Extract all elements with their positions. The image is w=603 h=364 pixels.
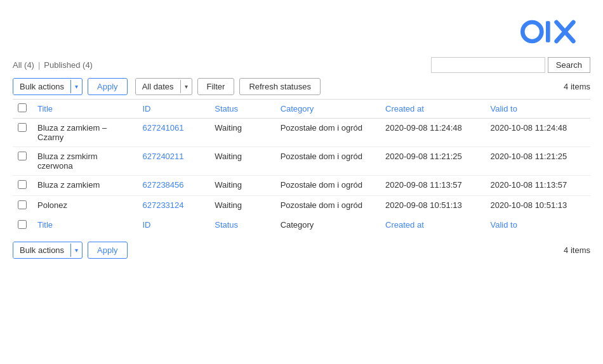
row-status: Waiting bbox=[209, 196, 275, 216]
select-all-checkbox[interactable] bbox=[18, 103, 27, 112]
tf-checkbox bbox=[13, 216, 32, 235]
row-checkbox-cell bbox=[13, 196, 32, 216]
tf-status: Status bbox=[209, 216, 275, 235]
row-category: Pozostałe dom i ogród bbox=[275, 196, 380, 216]
row-id-link[interactable]: 627240211 bbox=[142, 152, 183, 161]
row-created: 2020-09-08 11:13:57 bbox=[380, 176, 485, 196]
bottom-row: Bulk actions ▾ Apply 4 items bbox=[13, 242, 590, 259]
tf-title: Title bbox=[32, 216, 137, 235]
row-checkbox[interactable] bbox=[18, 200, 27, 209]
row-valid: 2020-10-08 11:21:25 bbox=[486, 147, 590, 176]
row-id-link[interactable]: 627241061 bbox=[142, 123, 183, 133]
row-title-text: Bluza z zamkiem bbox=[37, 180, 100, 190]
items-count-top: 4 items bbox=[564, 82, 590, 91]
row-title: Bluza z zsmkirm czerwona bbox=[32, 147, 137, 176]
tf-id: ID bbox=[137, 216, 209, 235]
row-title-text: Bluza z zamkiem – Czarny bbox=[37, 123, 107, 142]
row-category: Pozostałe dom i ogród bbox=[275, 147, 380, 176]
row-valid: 2020-10-08 11:13:57 bbox=[486, 176, 590, 196]
row-checkbox[interactable] bbox=[18, 180, 27, 189]
th-created: Created at bbox=[380, 100, 485, 119]
row-checkbox-cell bbox=[13, 147, 32, 176]
th-created-link[interactable]: Created at bbox=[385, 104, 424, 114]
row-category: Pozostałe dom i ogród bbox=[275, 176, 380, 196]
bulk-actions-dropdown[interactable]: Bulk actions ▾ bbox=[13, 78, 83, 95]
apply-button-bottom[interactable]: Apply bbox=[88, 242, 128, 259]
row-title: Bluza z zamkiem – Czarny bbox=[32, 119, 137, 147]
tf-category-text: Category bbox=[281, 220, 314, 230]
row-category: Pozostałe dom i ogród bbox=[275, 119, 380, 147]
row-created: 2020-09-08 11:24:48 bbox=[380, 119, 485, 147]
th-valid-link[interactable]: Valid to bbox=[491, 104, 517, 114]
row-checkbox-cell bbox=[13, 176, 32, 196]
tab-all[interactable]: All (4) bbox=[13, 60, 34, 70]
tf-title-link[interactable]: Title bbox=[37, 220, 53, 230]
bulk-actions-label-bottom: Bulk actions bbox=[13, 242, 70, 258]
data-table: Title ID Status Category Created at Vali… bbox=[13, 99, 590, 235]
row-status: Waiting bbox=[209, 176, 275, 196]
apply-button[interactable]: Apply bbox=[88, 78, 128, 95]
row-created: 2020-09-08 11:21:25 bbox=[380, 147, 485, 176]
row-checkbox-cell bbox=[13, 119, 32, 147]
row-id-link[interactable]: 627233124 bbox=[142, 200, 183, 210]
th-id: ID bbox=[137, 100, 209, 119]
row-valid: 2020-10-08 10:51:13 bbox=[486, 196, 590, 216]
row-valid: 2020-10-08 11:24:48 bbox=[486, 119, 590, 147]
olx-logo bbox=[520, 13, 584, 51]
row-id: 627241061 bbox=[137, 119, 209, 147]
bulk-actions-dropdown-bottom[interactable]: Bulk actions ▾ bbox=[13, 242, 83, 259]
table-row: Polonez 627233124 Waiting Pozostałe dom … bbox=[13, 196, 590, 216]
table-row: Bluza z zamkiem – Czarny 627241061 Waiti… bbox=[13, 119, 590, 147]
date-chevron-icon[interactable]: ▾ bbox=[180, 80, 192, 93]
th-status: Status bbox=[209, 100, 275, 119]
bulk-actions-chevron-icon[interactable]: ▾ bbox=[70, 80, 82, 93]
bulk-actions-label: Bulk actions bbox=[13, 79, 70, 94]
refresh-statuses-button[interactable]: Refresh statuses bbox=[239, 78, 321, 95]
row-status: Waiting bbox=[209, 119, 275, 147]
row-title-text: Bluza z zsmkirm czerwona bbox=[37, 152, 98, 171]
header bbox=[13, 6, 590, 57]
th-valid: Valid to bbox=[486, 100, 590, 119]
th-title-link[interactable]: Title bbox=[37, 104, 53, 114]
tf-status-link[interactable]: Status bbox=[215, 220, 238, 230]
row-checkbox[interactable] bbox=[18, 123, 27, 132]
row-title: Bluza z zamkiem bbox=[32, 176, 137, 196]
tf-category: Category bbox=[275, 216, 380, 235]
search-input[interactable] bbox=[431, 57, 545, 73]
select-all-checkbox-bottom[interactable] bbox=[18, 220, 27, 229]
table-row: Bluza z zsmkirm czerwona 627240211 Waiti… bbox=[13, 147, 590, 176]
table-row: Bluza z zamkiem 627238456 Waiting Pozost… bbox=[13, 176, 590, 196]
row-id: 627238456 bbox=[137, 176, 209, 196]
filter-row: All (4) | Published (4) Search bbox=[13, 57, 590, 73]
svg-rect-1 bbox=[546, 21, 550, 42]
th-category-text: Category bbox=[281, 104, 314, 114]
date-filter-label: All dates bbox=[136, 79, 180, 94]
svg-point-0 bbox=[522, 22, 541, 41]
tf-id-link[interactable]: ID bbox=[142, 220, 150, 230]
tf-valid: Valid to bbox=[486, 216, 590, 235]
th-id-link[interactable]: ID bbox=[142, 104, 150, 114]
th-status-link[interactable]: Status bbox=[215, 104, 238, 114]
bulk-actions-chevron-icon-bottom[interactable]: ▾ bbox=[70, 244, 82, 257]
row-title: Polonez bbox=[32, 196, 137, 216]
tab-published[interactable]: Published (4) bbox=[44, 60, 93, 70]
th-title: Title bbox=[32, 100, 137, 119]
search-area: Search bbox=[431, 57, 590, 73]
tf-created-link[interactable]: Created at bbox=[385, 220, 424, 230]
row-id-link[interactable]: 627238456 bbox=[142, 180, 183, 190]
th-category: Category bbox=[275, 100, 380, 119]
th-checkbox bbox=[13, 100, 32, 119]
tf-created: Created at bbox=[380, 216, 485, 235]
items-count-bottom: 4 items bbox=[564, 245, 590, 255]
row-status: Waiting bbox=[209, 147, 275, 176]
date-filter-dropdown[interactable]: All dates ▾ bbox=[135, 78, 192, 95]
search-button[interactable]: Search bbox=[548, 57, 590, 73]
row-checkbox[interactable] bbox=[18, 152, 27, 160]
actions-row: Bulk actions ▾ Apply All dates ▾ Filter … bbox=[13, 78, 590, 95]
row-title-text: Polonez bbox=[37, 200, 67, 210]
tf-valid-link[interactable]: Valid to bbox=[491, 220, 517, 230]
row-created: 2020-09-08 10:51:13 bbox=[380, 196, 485, 216]
row-id: 627233124 bbox=[137, 196, 209, 216]
row-id: 627240211 bbox=[137, 147, 209, 176]
filter-button[interactable]: Filter bbox=[197, 78, 235, 95]
